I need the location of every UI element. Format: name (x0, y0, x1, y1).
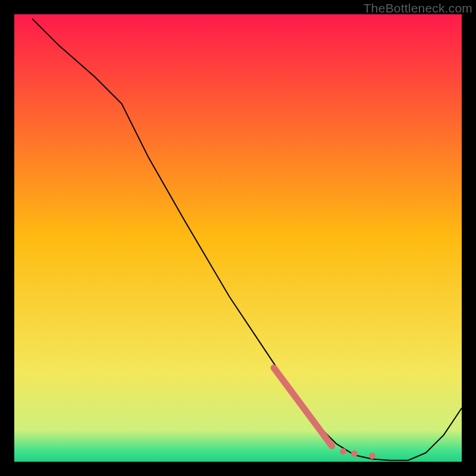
gradient-rect (14, 14, 462, 462)
plot-area (14, 14, 462, 462)
watermark-text: TheBottleneck.com (364, 1, 472, 15)
highlight-dot (340, 448, 346, 455)
chart-svg (14, 14, 462, 462)
highlight-dot (351, 450, 358, 457)
chart-stage: TheBottleneck.com (0, 0, 476, 476)
highlight-dot (369, 453, 375, 459)
